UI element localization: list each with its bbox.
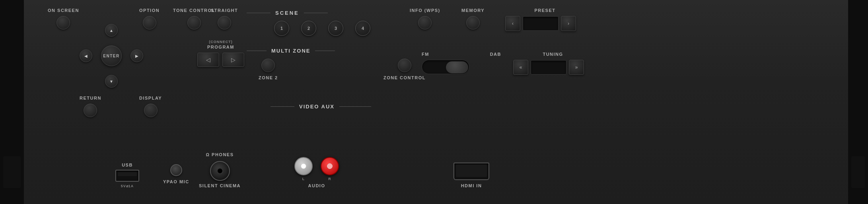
straight-section: STRAIGHT — [211, 8, 238, 29]
right-edge-knob — [851, 156, 865, 188]
nav-left-button[interactable]: ◀ — [80, 49, 92, 62]
right-edge — [848, 0, 868, 204]
silent-cinema-label: SILENT CINEMA — [199, 183, 241, 188]
preset-prev-button[interactable]: ‹ — [505, 16, 520, 31]
usb-spec-label: 5V⌀1A — [121, 184, 134, 188]
tuning-label: TUNING — [513, 52, 593, 57]
zone2-button[interactable] — [261, 59, 275, 72]
ypao-mic-jack[interactable] — [170, 164, 182, 176]
scene-section: SCENE 1 2 3 4 — [247, 10, 398, 36]
fm-dab-thumb — [446, 61, 468, 73]
option-button[interactable] — [143, 16, 156, 29]
on-screen-label: ON SCREEN — [48, 8, 79, 13]
info-wps-section: INFO (WPS) — [410, 8, 440, 29]
return-section: RETURN — [80, 96, 101, 117]
video-aux-header: VIDEO AUX — [271, 104, 469, 110]
display-button[interactable] — [144, 104, 158, 117]
enter-label: ENTER — [103, 54, 119, 58]
scene-line-left — [247, 13, 271, 13]
program-prev-button[interactable]: ◁ — [197, 53, 219, 67]
tone-control-label: TONE CONTROL — [173, 8, 215, 13]
fm-label: FM — [422, 52, 429, 57]
video-aux-title: VIDEO AUX — [294, 104, 339, 110]
phones-section: Ω PHONES SILENT CINEMA — [199, 152, 241, 188]
hdmi-port[interactable] — [453, 163, 489, 180]
rca-l-label: L — [302, 177, 305, 181]
memory-label: MEMORY — [461, 8, 485, 13]
return-button[interactable] — [84, 104, 97, 117]
zone2-group: ZONE 2 — [259, 59, 278, 80]
tuning-controls: « » — [513, 60, 593, 75]
straight-button[interactable] — [218, 16, 231, 29]
rca-r-label: R — [328, 177, 331, 181]
tuning-next-button[interactable]: » — [569, 60, 584, 75]
nav-down-button[interactable]: ▼ — [105, 75, 118, 88]
enter-button[interactable]: ENTER — [101, 45, 122, 66]
nav-cluster: ▲ ▼ ◀ ▶ ENTER — [80, 24, 143, 88]
scene-buttons: 1 2 3 4 — [247, 21, 398, 36]
nav-up-button[interactable]: ▲ — [105, 24, 118, 37]
display-section: DISPLAY — [139, 96, 162, 117]
scene-line-right — [304, 13, 328, 13]
phones-label: Ω PHONES — [206, 152, 234, 157]
rca-right-connector[interactable] — [321, 157, 339, 175]
usb-port[interactable] — [115, 170, 139, 182]
tuning-display — [531, 60, 566, 75]
nav-right-button[interactable]: ▶ — [130, 49, 143, 62]
phones-jack[interactable] — [210, 161, 230, 181]
rca-left-connector[interactable] — [294, 157, 313, 175]
tone-control-button[interactable] — [187, 16, 201, 29]
preset-label: PRESET — [505, 8, 585, 13]
fm-dab-labels: FM DAB — [422, 52, 501, 57]
multi-zone-section: MULTI ZONE ZONE 2 ZONE CONTROL — [247, 48, 438, 80]
rca-right-group: R — [321, 157, 339, 181]
option-label: OPTION — [139, 8, 160, 13]
preset-section: PRESET ‹ › — [505, 8, 585, 31]
video-aux-title-row: VIDEO AUX — [271, 104, 469, 110]
rca-left-group: L — [294, 157, 313, 181]
main-panel: ON SCREEN OPTION TONE CONTROL STRAIGHT ▲… — [0, 0, 868, 204]
memory-button[interactable] — [466, 16, 480, 29]
program-buttons: ◁ ▷ — [195, 53, 247, 67]
hdmi-in-label: HDMI IN — [461, 183, 482, 188]
multi-zone-title: MULTI ZONE — [267, 48, 315, 54]
on-screen-button[interactable] — [56, 16, 70, 29]
zone2-label: ZONE 2 — [259, 75, 278, 80]
scene-title: SCENE — [271, 10, 304, 16]
usb-section: USB 5V⌀1A — [115, 163, 139, 188]
ypao-mic-label: YPAO MIC — [163, 179, 189, 184]
tuning-prev-button[interactable]: « — [513, 60, 528, 75]
left-edge — [0, 0, 24, 204]
video-aux-line-right — [339, 106, 371, 107]
return-label: RETURN — [80, 96, 101, 100]
program-label: PROGRAM — [195, 45, 247, 49]
display-label: DISPLAY — [139, 96, 162, 100]
program-next-button[interactable]: ▷ — [222, 53, 244, 67]
tuning-section: TUNING « » — [513, 52, 593, 75]
zone-line-right — [315, 51, 335, 51]
zone-control-label: ZONE CONTROL — [383, 75, 426, 80]
zone-line-left — [247, 51, 267, 51]
program-section: (CONNECT) PROGRAM ◁ ▷ — [195, 40, 247, 67]
scene-button-1[interactable]: 1 — [274, 21, 289, 36]
audio-label: AUDIO — [308, 183, 325, 188]
ypao-mic-section: YPAO MIC — [163, 164, 189, 184]
multi-zone-header: MULTI ZONE — [247, 48, 438, 54]
video-aux-line-left — [271, 106, 294, 107]
scene-button-3[interactable]: 3 — [328, 21, 343, 36]
preset-next-button[interactable]: › — [561, 16, 576, 31]
left-edge-knob — [3, 156, 21, 188]
info-wps-label: INFO (WPS) — [410, 8, 440, 13]
usb-label: USB — [122, 163, 133, 167]
scene-button-4[interactable]: 4 — [355, 21, 370, 36]
zone-control-button[interactable] — [398, 59, 411, 72]
fm-dab-section: FM DAB — [422, 52, 501, 74]
scene-button-2[interactable]: 2 — [301, 21, 316, 36]
info-wps-button[interactable] — [418, 16, 432, 29]
fm-dab-slider[interactable] — [422, 60, 469, 74]
preset-controls: ‹ › — [505, 16, 585, 31]
hdmi-section: HDMI IN — [453, 163, 489, 188]
audio-section: L R AUDIO — [294, 157, 339, 188]
rca-connectors: L R — [294, 157, 339, 181]
controls-area: ON SCREEN OPTION TONE CONTROL STRAIGHT ▲… — [24, 0, 848, 204]
